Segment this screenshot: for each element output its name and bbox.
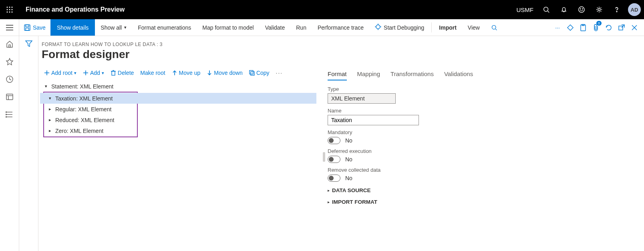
search-button[interactable] — [485, 19, 503, 36]
map-format-button[interactable]: Map format to model — [197, 19, 259, 36]
svg-point-8 — [12, 12, 13, 13]
svg-point-15 — [616, 11, 617, 12]
body: FORMAT TO LEARN HOW TO LOOKUP LE DATA : … — [0, 36, 644, 251]
svg-line-28 — [495, 29, 497, 30]
save-label: Save — [33, 24, 46, 31]
svg-point-14 — [598, 8, 600, 10]
tree-panel: Add root ▾ Add ▾ Delete Make root — [42, 68, 318, 205]
svg-rect-36 — [9, 45, 10, 47]
workspaces-icon[interactable] — [6, 93, 14, 101]
svg-point-1 — [9, 7, 10, 8]
splitter-handle[interactable] — [323, 152, 325, 162]
tree-node-regular[interactable]: ▸ Regular: XML Element — [44, 104, 137, 114]
attachments-icon[interactable]: 0 — [590, 19, 602, 36]
gear-icon[interactable] — [591, 0, 607, 19]
view-label: View — [468, 24, 480, 31]
add-root-label: Add root — [51, 70, 72, 76]
performance-trace-button[interactable]: Performance trace — [312, 19, 369, 36]
search-icon[interactable] — [538, 0, 554, 19]
svg-marker-48 — [26, 41, 32, 46]
tree-node-taxation[interactable]: ▾ Taxation: XML Element — [40, 93, 316, 104]
tabs: Format Mapping Transformations Validatio… — [328, 68, 638, 80]
svg-rect-21 — [26, 28, 29, 30]
view-button[interactable]: View — [462, 19, 485, 36]
bell-icon[interactable] — [556, 0, 572, 19]
help-icon[interactable] — [609, 0, 625, 19]
home-icon[interactable] — [6, 40, 14, 48]
app-launcher-icon[interactable] — [0, 0, 19, 19]
perf-trace-label: Performance trace — [318, 24, 364, 31]
left-rail — [0, 36, 19, 251]
tab-validations[interactable]: Validations — [444, 68, 473, 80]
remove-value: No — [345, 175, 352, 181]
chevron-down-icon: ▾ — [74, 70, 76, 76]
svg-point-12 — [580, 8, 581, 9]
topbar: Finance and Operations Preview USMF AD — [0, 0, 644, 19]
page-title: Format designer — [42, 48, 638, 61]
mandatory-toggle[interactable] — [328, 137, 340, 144]
delete-button[interactable]: Delete — [108, 68, 136, 78]
validate-button[interactable]: Validate — [260, 19, 291, 36]
save-button[interactable]: Save — [19, 19, 50, 36]
deferred-toggle[interactable] — [328, 156, 340, 163]
tree-node-label: Reduced: XML Element — [53, 117, 114, 123]
remove-toggle[interactable] — [328, 175, 340, 182]
funnel-icon[interactable] — [25, 40, 32, 251]
svg-point-7 — [9, 12, 10, 13]
data-source-section[interactable]: ▸ DATA SOURCE — [328, 187, 638, 193]
caret-right-icon: ▸ — [328, 188, 330, 193]
diamond-icon[interactable] — [564, 19, 577, 36]
more-icon[interactable]: ··· — [551, 19, 564, 36]
run-label: Run — [296, 24, 306, 31]
import-format-section[interactable]: ▸ IMPORT FORMAT — [328, 199, 638, 205]
caret-right-icon: ▸ — [47, 128, 53, 133]
avatar[interactable]: AD — [628, 3, 641, 16]
add-button[interactable]: Add ▾ — [80, 68, 107, 78]
copy-button[interactable]: Copy — [247, 68, 272, 78]
hamburger-icon[interactable] — [0, 19, 19, 36]
tree-node-label: Taxation: XML Element — [53, 95, 113, 102]
move-down-button[interactable]: Move down — [204, 68, 245, 78]
move-up-button[interactable]: Move up — [169, 68, 203, 78]
move-up-label: Move up — [179, 70, 201, 76]
data-source-title: DATA SOURCE — [332, 187, 371, 193]
caret-right-icon: ▸ — [47, 106, 53, 112]
breadcrumb: FORMAT TO LEARN HOW TO LOOKUP LE DATA : … — [42, 42, 638, 47]
tree-highlight-box: ▾ Taxation: XML Element ▸ Regular: XML E… — [43, 92, 138, 137]
tab-transformations[interactable]: Transformations — [390, 68, 434, 80]
command-bar: Save Show details Show all ▾ Format enum… — [0, 19, 644, 36]
refresh-icon[interactable] — [602, 19, 615, 36]
tab-format[interactable]: Format — [328, 68, 347, 80]
tree-node-reduced[interactable]: ▸ Reduced: XML Element — [44, 114, 137, 125]
popout-icon[interactable] — [615, 19, 628, 36]
tree-node-statement[interactable]: ▾ Statement: XML Element — [42, 81, 318, 92]
import-button[interactable]: Import — [433, 19, 462, 36]
deferred-value: No — [345, 156, 352, 163]
show-details-button[interactable]: Show details — [50, 19, 95, 36]
run-button[interactable]: Run — [290, 19, 312, 36]
format-enumerations-button[interactable]: Format enumerations — [132, 19, 197, 36]
tree-node-zero[interactable]: ▸ Zero: XML Element — [44, 125, 137, 136]
close-icon[interactable] — [628, 19, 641, 36]
svg-rect-20 — [26, 25, 29, 27]
tab-mapping[interactable]: Mapping — [357, 68, 380, 80]
make-root-button[interactable]: Make root — [138, 68, 167, 78]
company-code[interactable]: USMF — [517, 6, 537, 13]
show-all-button[interactable]: Show all ▾ — [95, 19, 132, 36]
start-debugging-button[interactable]: Start Debugging — [369, 19, 430, 36]
clipboard-icon[interactable] — [577, 19, 590, 36]
caret-right-icon: ▸ — [328, 200, 330, 204]
chevron-down-icon: ▾ — [124, 25, 127, 30]
add-root-button[interactable]: Add root ▾ — [42, 68, 79, 78]
modules-icon[interactable] — [6, 110, 14, 118]
star-icon[interactable] — [6, 58, 14, 66]
svg-point-0 — [7, 7, 8, 8]
svg-point-5 — [12, 9, 13, 10]
tree-more-button[interactable]: ··· — [274, 68, 286, 78]
svg-rect-39 — [6, 94, 13, 100]
mandatory-label: Mandatory — [328, 129, 638, 135]
make-root-label: Make root — [140, 70, 165, 76]
smile-icon[interactable] — [574, 0, 590, 19]
name-input[interactable] — [328, 115, 419, 125]
recent-icon[interactable] — [6, 75, 14, 83]
